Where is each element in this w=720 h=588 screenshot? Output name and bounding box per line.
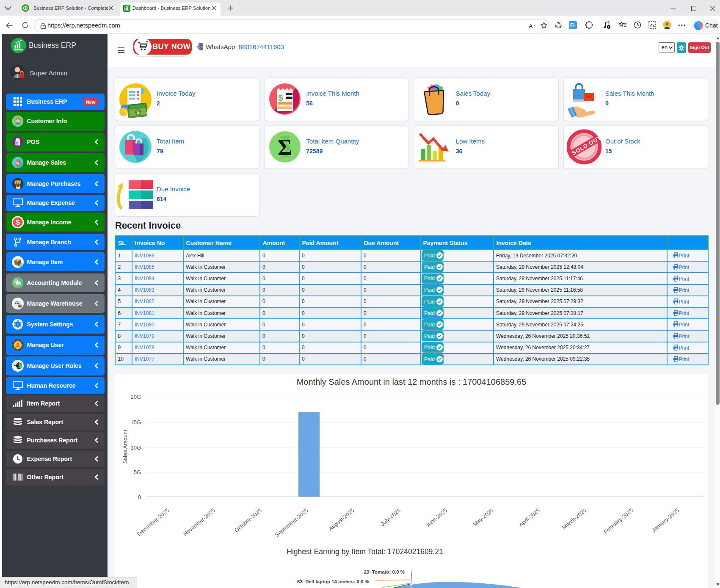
svg-text:$: $ [122, 109, 125, 114]
svg-text:$: $ [16, 218, 20, 226]
svg-text:Σ: Σ [278, 135, 292, 160]
svg-text:BUY: BUY [15, 181, 21, 184]
svg-text:$: $ [278, 93, 283, 102]
svg-text:FI: FI [570, 22, 575, 28]
svg-text:A: A [529, 22, 533, 29]
